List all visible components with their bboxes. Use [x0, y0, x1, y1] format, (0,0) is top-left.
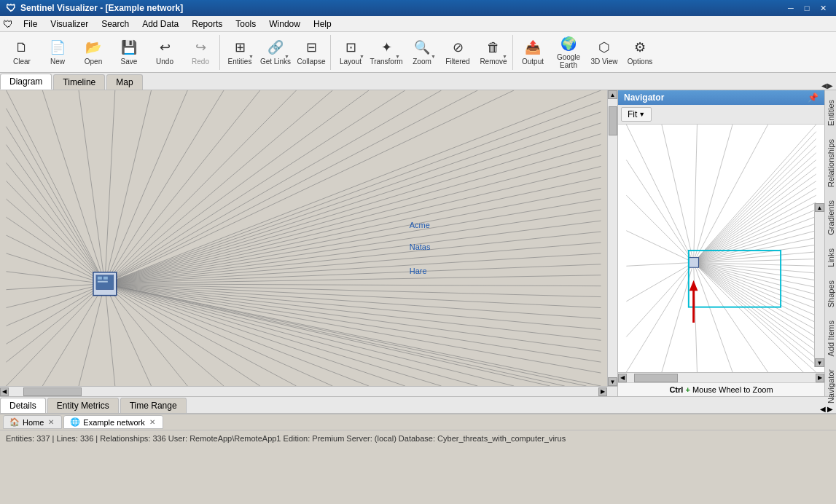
menu-tools[interactable]: Tools: [230, 17, 262, 31]
svg-line-9: [105, 284, 601, 286]
options-button[interactable]: ⚙ Options: [622, 35, 657, 70]
nav-vscroll-down[interactable]: ▼: [815, 358, 824, 367]
menu-visualizer[interactable]: Visualizer: [44, 17, 94, 31]
close-button[interactable]: ✕: [816, 2, 830, 14]
sidebar-tab-gradients[interactable]: Gradients: [824, 194, 837, 242]
nav-vscroll[interactable]: ▲ ▼: [814, 203, 824, 367]
entities-button[interactable]: ⊞ Entities ▼: [222, 35, 257, 70]
svg-line-4: [105, 177, 601, 283]
svg-line-134: [694, 262, 816, 315]
doc-tab-home[interactable]: 🏠 Home ✕: [3, 415, 62, 429]
tab-details[interactable]: Details: [0, 398, 46, 413]
diagram-row: Acme Natas Hare Melissa ▲ ▼: [0, 90, 617, 386]
diagram-canvas-container[interactable]: Acme Natas Hare Melissa: [0, 90, 607, 386]
vscroll-up[interactable]: ▲: [608, 90, 617, 99]
svg-line-112: [626, 262, 693, 266]
zoom-button[interactable]: 🔍 Zoom ▼: [405, 35, 440, 70]
navigator-canvas[interactable]: [618, 125, 824, 372]
hscroll-thumb[interactable]: [23, 387, 82, 396]
hscroll-left[interactable]: ◀: [0, 387, 9, 396]
tab-map[interactable]: Map: [106, 74, 142, 90]
home-close-button[interactable]: ✕: [47, 418, 55, 427]
svg-line-113: [626, 262, 693, 301]
tab-nav-left[interactable]: ◀: [821, 82, 827, 90]
sidebar-tab-add-items[interactable]: Add Items: [824, 314, 837, 363]
nav-hscroll[interactable]: ◀ ▶: [618, 372, 824, 382]
svg-line-110: [626, 195, 693, 262]
clear-icon: 🗋: [13, 39, 31, 56]
save-button[interactable]: 💾 Save: [112, 35, 147, 70]
menu-help[interactable]: Help: [308, 17, 337, 31]
svg-line-115: [626, 262, 693, 372]
redo-button[interactable]: ↪ Redo: [183, 35, 218, 70]
diagram-vscroll[interactable]: ▲ ▼: [607, 90, 617, 386]
svg-line-111: [626, 231, 693, 263]
tab-time-range[interactable]: Time Range: [120, 398, 187, 413]
svg-text:Acme: Acme: [410, 221, 430, 229]
vscroll-down[interactable]: ▼: [608, 377, 617, 386]
network-close-button[interactable]: ✕: [148, 418, 157, 427]
sidebar-tab-navigator[interactable]: Navigator: [824, 363, 837, 410]
tab-diagram[interactable]: Diagram: [0, 74, 52, 90]
options-label: Options: [628, 58, 652, 66]
svg-line-28: [7, 284, 105, 308]
menu-add-data[interactable]: Add Data: [136, 17, 184, 31]
clear-button[interactable]: 🗋 Clear: [4, 35, 39, 70]
diagram-hscroll[interactable]: ◀ ▶: [0, 386, 617, 396]
svg-line-30: [7, 284, 105, 386]
tab-entity-metrics[interactable]: Entity Metrics: [47, 398, 119, 413]
sidebar-tab-shapes[interactable]: Shapes: [824, 274, 837, 314]
output-button[interactable]: 📤 Output: [515, 35, 550, 70]
nav-hscroll-left[interactable]: ◀: [618, 374, 627, 382]
svg-line-34: [105, 284, 297, 386]
get-links-dropdown-arrow: ▼: [284, 54, 289, 59]
collapse-button[interactable]: ⊟ Collapse: [294, 35, 329, 70]
vscroll-thumb[interactable]: [609, 106, 617, 135]
svg-line-41: [105, 145, 601, 284]
tab-nav-right[interactable]: ▶: [827, 82, 833, 90]
svg-line-136: [694, 262, 816, 344]
sidebar-tab-links[interactable]: Links: [824, 242, 837, 274]
remove-button[interactable]: 🗑 Remove ▼: [476, 35, 511, 70]
tab-timeline[interactable]: Timeline: [53, 74, 105, 90]
svg-line-120: [694, 262, 804, 372]
menu-file[interactable]: File: [17, 17, 43, 31]
maximize-button[interactable]: □: [800, 2, 814, 14]
svg-line-73: [105, 284, 477, 386]
undo-button[interactable]: ↩ Undo: [147, 35, 182, 70]
svg-rect-78: [98, 277, 102, 280]
svg-line-94: [694, 252, 816, 263]
nav-vscroll-up[interactable]: ▲: [815, 203, 824, 212]
layout-button[interactable]: ⊡ Layout ▼: [333, 35, 368, 70]
nav-fit-button[interactable]: Fit ▼: [621, 107, 652, 122]
open-button[interactable]: 📂 Open: [76, 35, 111, 70]
svg-line-101: [694, 262, 816, 350]
nav-hscroll-right[interactable]: ▶: [816, 374, 824, 382]
remove-icon: 🗑: [485, 39, 502, 56]
sidebar-tab-relationships[interactable]: Relationships: [824, 133, 837, 194]
transform-button[interactable]: ✦ Transform ▼: [369, 35, 404, 70]
menu-search[interactable]: Search: [95, 17, 135, 31]
nav-hscroll-thumb[interactable]: [634, 374, 678, 382]
filtered-button[interactable]: ⊘ Filtered: [440, 35, 475, 70]
new-button[interactable]: 📄 New: [40, 35, 75, 70]
svg-line-54: [105, 90, 332, 284]
svg-line-95: [694, 262, 816, 266]
minimize-button[interactable]: ─: [784, 2, 798, 14]
hscroll-right[interactable]: ▶: [598, 387, 607, 396]
3d-view-button[interactable]: ⬡ 3D View: [587, 35, 622, 70]
svg-line-35: [105, 284, 369, 386]
svg-rect-76: [93, 272, 117, 296]
main-content: Acme Natas Hare Melissa ▲ ▼ ◀: [0, 90, 836, 396]
menu-window[interactable]: Window: [263, 17, 306, 31]
transform-icon: ✦: [378, 39, 395, 56]
google-earth-button[interactable]: 🌍 Google Earth: [551, 35, 586, 70]
nav-hscroll-track: [627, 373, 816, 382]
svg-line-27: [7, 272, 105, 284]
sidebar-tab-entities[interactable]: Entities: [824, 93, 837, 133]
svg-line-102: [694, 262, 816, 365]
svg-line-70: [105, 284, 260, 386]
get-links-button[interactable]: 🔗 Get Links ▼: [258, 35, 293, 70]
menu-reports[interactable]: Reports: [186, 17, 228, 31]
doc-tab-example-network[interactable]: 🌐 Example network ✕: [63, 415, 163, 429]
